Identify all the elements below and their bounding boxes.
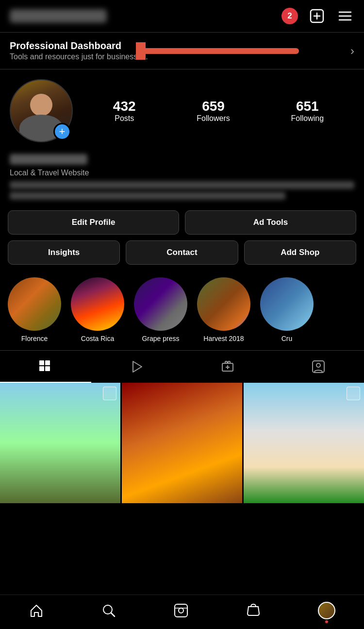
edit-profile-button[interactable]: Edit Profile [8, 210, 179, 235]
followers-label: Followers [197, 114, 230, 123]
dashboard-title: Professional Dashboard [10, 40, 148, 51]
tagged-icon [311, 359, 326, 374]
grid-badge-1 [103, 387, 116, 400]
home-icon [29, 603, 44, 618]
notification-badge[interactable]: 2 [281, 8, 298, 24]
svg-rect-14 [225, 361, 227, 363]
reels-icon [129, 359, 144, 374]
highlight-cru[interactable]: Cru [260, 277, 314, 342]
tab-reels[interactable] [91, 351, 182, 383]
bio-name-blurred [10, 154, 87, 165]
add-post-button[interactable] [308, 7, 326, 25]
profile-avatar-icon [318, 602, 335, 619]
highlight-cru-circle [260, 277, 314, 331]
grid-badge-3 [347, 387, 360, 400]
posts-label: Posts [113, 114, 136, 123]
menu-button[interactable] [336, 7, 354, 25]
bio-section: Local & Travel Website [0, 147, 364, 203]
highlight-florence-label: Florence [21, 335, 48, 342]
grid-icon [38, 359, 53, 374]
svg-rect-22 [175, 604, 187, 617]
nav-search[interactable] [101, 603, 116, 618]
insights-button[interactable]: Insights [8, 240, 120, 265]
highlight-harvest-2018[interactable]: Harvest 2018 [197, 277, 250, 342]
following-stat[interactable]: 651 Following [291, 99, 324, 123]
followers-count: 659 [197, 99, 230, 114]
photo-grid [0, 383, 364, 503]
highlights-section: Florence Costa Rica Grape press Harvest … [0, 270, 364, 350]
avatar-wrap: + [10, 79, 73, 142]
dashboard-text: Professional Dashboard Tools and resourc… [10, 40, 148, 61]
reels-nav-icon [173, 603, 189, 618]
svg-line-21 [111, 613, 115, 616]
svg-rect-9 [45, 360, 50, 365]
profile-section: + 432 Posts 659 Followers 651 Following [0, 69, 364, 147]
action-buttons-row-2: Insights Contact Add Shop [8, 240, 356, 265]
bio-line-2-blurred [10, 192, 285, 200]
bio-line-1-blurred [10, 181, 354, 189]
svg-point-23 [179, 608, 183, 613]
add-story-button[interactable]: + [53, 123, 71, 140]
highlight-grape-press-circle [134, 277, 187, 331]
top-nav: 2 [0, 0, 364, 32]
svg-point-19 [316, 363, 320, 367]
posts-stat[interactable]: 432 Posts [113, 99, 136, 123]
notification-count[interactable]: 2 [281, 8, 298, 24]
highlight-cru-label: Cru [281, 335, 293, 342]
svg-marker-12 [133, 361, 142, 372]
nav-home[interactable] [29, 603, 44, 618]
highlight-costa-rica-label: Costa Rica [81, 335, 114, 342]
highlight-florence-circle [8, 277, 61, 331]
grid-item-1[interactable] [0, 383, 120, 503]
svg-rect-8 [39, 360, 44, 365]
nav-profile[interactable] [318, 602, 335, 619]
action-buttons-row-1: Edit Profile Ad Tools [8, 210, 356, 235]
svg-rect-15 [228, 361, 230, 363]
top-nav-right: 2 [281, 7, 354, 25]
profile-active-dot [325, 620, 328, 623]
igtv-icon [220, 359, 235, 374]
profile-top-row: + 432 Posts 659 Followers 651 Following [10, 79, 354, 142]
action-buttons: Edit Profile Ad Tools Insights Contact A… [0, 203, 364, 270]
highlight-harvest-label: Harvest 2018 [203, 335, 244, 342]
highlight-florence[interactable]: Florence [8, 277, 61, 342]
following-count: 651 [291, 99, 324, 114]
dashboard-chevron-icon: › [350, 44, 354, 58]
svg-rect-11 [45, 366, 50, 371]
grid-item-3[interactable] [244, 383, 364, 503]
highlight-grape-press-label: Grape press [142, 335, 179, 342]
tab-igtv[interactable] [182, 351, 273, 383]
content-tabs [0, 350, 364, 383]
username-blurred [10, 9, 107, 23]
highlight-harvest-circle [197, 277, 250, 331]
red-arrow-annotation [136, 42, 340, 60]
bottom-nav [0, 595, 364, 629]
following-label: Following [291, 114, 324, 123]
tab-tagged[interactable] [273, 351, 364, 383]
contact-button[interactable]: Contact [126, 240, 238, 265]
bio-category: Local & Travel Website [10, 169, 354, 177]
grid-item-2[interactable] [122, 383, 242, 503]
add-shop-button[interactable]: Add Shop [244, 240, 356, 265]
stats-row: 432 Posts 659 Followers 651 Following [83, 99, 354, 123]
followers-stat[interactable]: 659 Followers [197, 99, 230, 123]
professional-dashboard-banner[interactable]: Professional Dashboard Tools and resourc… [0, 32, 364, 69]
highlight-costa-rica[interactable]: Costa Rica [71, 277, 124, 342]
nav-reels[interactable] [173, 603, 189, 618]
highlight-costa-rica-circle [71, 277, 124, 331]
ad-tools-button[interactable]: Ad Tools [185, 210, 356, 235]
nav-shop[interactable] [246, 603, 261, 618]
red-arrow-icon [136, 42, 301, 60]
tab-grid[interactable] [0, 351, 91, 383]
shop-icon [246, 603, 261, 618]
highlight-grape-press[interactable]: Grape press [134, 277, 187, 342]
search-icon [101, 603, 116, 618]
svg-rect-10 [39, 366, 44, 371]
dashboard-subtitle: Tools and resources just for businesses. [10, 52, 148, 61]
posts-count: 432 [113, 99, 136, 114]
